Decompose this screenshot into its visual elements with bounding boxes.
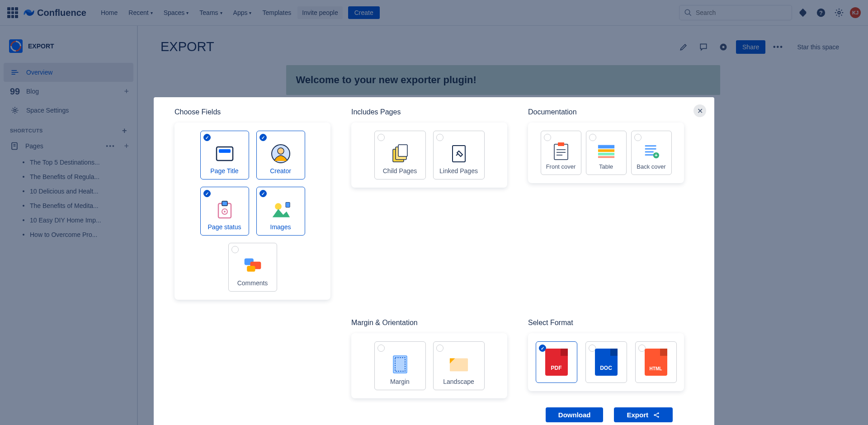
landscape-icon: [449, 354, 469, 374]
option-page-title[interactable]: Page Title: [200, 131, 249, 179]
option-creator[interactable]: Creator: [256, 131, 305, 179]
html-icon: HTML: [645, 349, 667, 376]
linked-pages-icon: [449, 144, 469, 164]
svg-rect-15: [219, 149, 231, 153]
svg-rect-37: [598, 149, 614, 152]
option-back-cover[interactable]: + Back cover: [631, 131, 672, 175]
page-title-icon: [215, 144, 235, 164]
section-choose-fields: Choose Fields Page Title Creator: [175, 108, 330, 300]
margin-icon: [390, 354, 410, 374]
svg-line-53: [655, 415, 657, 416]
svg-line-52: [655, 413, 657, 415]
format-doc[interactable]: DOC: [585, 341, 627, 383]
option-child-pages[interactable]: Child Pages: [374, 131, 426, 179]
export-modal: ✕ Choose Fields Page Title Creator: [154, 97, 714, 425]
creator-icon: [271, 144, 291, 164]
pdf-icon: PDF: [545, 349, 568, 376]
svg-rect-39: [598, 156, 614, 158]
svg-rect-31: [554, 144, 568, 160]
section-margin-orientation: Margin & Orientation Margin Landscape: [351, 319, 507, 398]
comments-icon: [243, 256, 263, 276]
svg-point-21: [224, 211, 226, 212]
child-pages-icon: [390, 144, 410, 164]
option-page-status[interactable]: Page status: [200, 187, 249, 236]
export-button[interactable]: Export: [614, 407, 673, 422]
table-icon: [597, 143, 615, 160]
option-front-cover[interactable]: Front cover: [541, 131, 581, 175]
images-icon: [271, 200, 291, 220]
option-linked-pages[interactable]: Linked Pages: [433, 131, 485, 179]
option-comments[interactable]: Comments: [228, 243, 277, 292]
svg-rect-23: [286, 203, 290, 208]
svg-rect-26: [247, 266, 255, 272]
option-images[interactable]: Images: [256, 187, 305, 236]
format-html[interactable]: HTML: [635, 341, 677, 383]
svg-point-22: [275, 203, 282, 210]
svg-point-17: [278, 148, 284, 154]
section-includes-pages: Includes Pages Child Pages Linked Pages: [351, 108, 507, 234]
close-icon[interactable]: ✕: [693, 104, 706, 117]
svg-rect-36: [598, 145, 614, 149]
svg-rect-38: [598, 153, 614, 156]
svg-rect-30: [453, 146, 465, 162]
back-cover-icon: +: [643, 143, 660, 160]
svg-rect-32: [558, 142, 564, 146]
svg-rect-14: [217, 147, 233, 161]
doc-icon: DOC: [595, 349, 618, 376]
section-documentation: Documentation Front cover Table +: [528, 108, 684, 234]
format-pdf[interactable]: PDF: [536, 341, 577, 383]
page-status-icon: [215, 200, 235, 220]
option-margin[interactable]: Margin: [374, 341, 426, 390]
svg-text:+: +: [655, 152, 658, 158]
modal-overlay: ✕ Choose Fields Page Title Creator: [0, 0, 868, 425]
svg-rect-19: [222, 201, 227, 206]
section-select-format: Select Format PDF DOC HTML: [528, 319, 684, 398]
front-cover-icon: [553, 143, 569, 160]
option-landscape[interactable]: Landscape: [433, 341, 485, 390]
share-icon: [653, 411, 660, 419]
svg-rect-29: [398, 145, 407, 156]
option-table[interactable]: Table: [586, 131, 627, 175]
download-button[interactable]: Download: [546, 407, 604, 422]
